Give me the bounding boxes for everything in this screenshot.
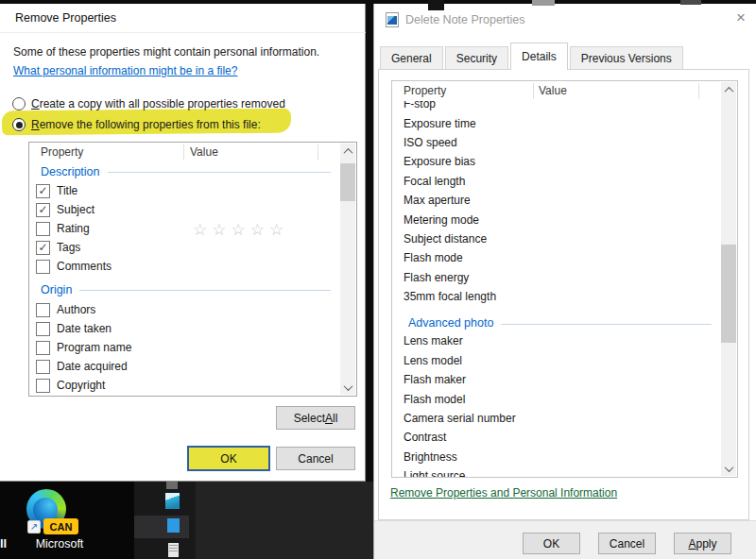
chevron-down-icon	[343, 381, 352, 391]
checkbox[interactable]	[36, 360, 50, 374]
radio-remove-properties-label[interactable]: Remove the following properties from thi…	[31, 118, 261, 131]
tab-security[interactable]: Security	[445, 46, 508, 69]
checkbox[interactable]	[36, 222, 50, 236]
checkbox[interactable]: ✓	[36, 184, 50, 198]
property-label: Subject	[57, 203, 94, 216]
apply-button[interactable]: Apply	[674, 533, 731, 554]
blue-app-icon[interactable]	[167, 518, 180, 533]
document-file-icon[interactable]	[168, 543, 179, 557]
property-label: Program name	[57, 341, 131, 354]
ok-button[interactable]: OK	[187, 446, 270, 471]
property-row-iso-speed[interactable]: ISO speed	[392, 133, 721, 152]
property-row-flash-energy[interactable]: Flash energy	[392, 268, 721, 287]
radio-create-copy-label[interactable]: Create a copy with all possible properti…	[31, 97, 285, 110]
checkbox[interactable]	[36, 341, 50, 355]
property-row-focal-length[interactable]: Focal length	[392, 172, 721, 191]
app-cube-icon[interactable]	[165, 493, 180, 509]
property-label: Date acquired	[57, 360, 128, 373]
property-row-exposure-bias[interactable]: Exposure bias	[392, 152, 721, 171]
property-label: Tags	[57, 241, 80, 254]
chevron-down-icon	[724, 463, 733, 472]
radio-create-copy[interactable]	[12, 97, 26, 110]
partial-icon[interactable]	[166, 482, 178, 489]
property-row-camera-serial-number[interactable]: Camera serial number	[392, 409, 721, 428]
property-label: Copyright	[57, 379, 105, 392]
cancel-button[interactable]: Cancel	[276, 447, 355, 470]
scroll-down-button[interactable]	[340, 380, 355, 395]
strip-selected-row[interactable]	[134, 516, 189, 538]
property-row-copyright[interactable]: Copyright	[29, 376, 340, 395]
dark-window-area	[196, 482, 373, 559]
property-row-subject[interactable]: ✓Subject	[29, 200, 340, 219]
property-row-brightness[interactable]: Brightness	[392, 448, 721, 466]
group-header-label: Description	[41, 165, 100, 178]
right-list-scrollbar[interactable]	[721, 82, 736, 476]
group-header-line	[79, 290, 331, 291]
close-icon[interactable]: ×	[731, 8, 750, 28]
property-label: Camera serial number	[404, 412, 516, 425]
edge-shortcut-label[interactable]: Microsoft	[26, 537, 93, 551]
property-row-flash-maker[interactable]: Flash maker	[392, 370, 721, 389]
can-badge: CAN	[43, 518, 78, 534]
scroll-up-button[interactable]	[340, 144, 355, 159]
checkbox[interactable]	[36, 260, 50, 274]
property-label: Authors	[57, 303, 95, 316]
remove-properties-link[interactable]: Remove Properties and Personal Informati…	[390, 486, 617, 500]
property-row-program-name[interactable]: Program name	[29, 338, 340, 357]
property-row-comments[interactable]: Comments	[29, 257, 340, 276]
tab-details[interactable]: Details	[510, 42, 568, 70]
checkbox[interactable]	[36, 303, 50, 317]
checkbox[interactable]	[36, 322, 50, 336]
personal-info-help-link[interactable]: What personal information might be in a …	[13, 64, 237, 77]
property-label: Contrast	[404, 431, 446, 444]
group-header-description: Description	[29, 162, 340, 181]
property-label: Flash energy	[404, 271, 469, 284]
right-list-header: Property Value	[392, 81, 737, 101]
intro-text: Some of these properties might contain p…	[13, 45, 319, 59]
property-label: Brightness	[404, 450, 457, 464]
property-label: 35mm focal length	[404, 290, 496, 303]
property-row-metering-mode[interactable]: Metering mode	[392, 210, 721, 229]
left-list-header: Property Value	[29, 143, 356, 162]
property-label: Focal length	[404, 175, 465, 188]
checkbox[interactable]: ✓	[36, 241, 50, 255]
property-row-contrast[interactable]: Contrast	[392, 428, 721, 447]
ok-button[interactable]: OK	[523, 533, 580, 554]
radio-dot	[16, 122, 23, 128]
top-strip-fragment-dim	[680, 0, 701, 5]
property-row-date-taken[interactable]: Date taken	[29, 319, 340, 338]
scroll-thumb[interactable]	[721, 245, 736, 343]
scroll-up-button[interactable]	[721, 82, 736, 97]
property-row-title[interactable]: ✓Title	[29, 181, 340, 200]
property-row-lens-model[interactable]: Lens model	[392, 351, 721, 370]
property-row-35mm-focal-length[interactable]: 35mm focal length	[392, 287, 721, 306]
select-all-button[interactable]: Select All	[276, 406, 355, 430]
rating-stars: ☆☆☆☆☆	[193, 220, 288, 240]
checkbox[interactable]: ✓	[36, 203, 50, 217]
property-row-rating[interactable]: Rating☆☆☆☆☆	[29, 219, 340, 238]
right-property-list: Property Value F-stopExposure timeISO sp…	[391, 80, 738, 478]
property-label: Metering mode	[404, 213, 479, 227]
property-row-exposure-time[interactable]: Exposure time	[392, 113, 721, 132]
column-divider	[318, 144, 318, 161]
group-header-label: Advanced photo	[408, 316, 493, 330]
scroll-down-button[interactable]	[721, 461, 736, 476]
tab-previous-versions[interactable]: Previous Versions	[570, 46, 683, 69]
property-row-max-aperture[interactable]: Max aperture	[392, 191, 721, 210]
cancel-button[interactable]: Cancel	[598, 533, 656, 554]
tab-strip: GeneralSecurityDetailsPrevious Versions	[380, 42, 685, 69]
property-row-subject-distance[interactable]: Subject distance	[392, 229, 721, 248]
property-row-flash-model[interactable]: Flash model	[392, 389, 721, 408]
tab-general[interactable]: General	[380, 46, 443, 69]
delete-note-properties-dialog: Delete Note Properties × GeneralSecurity…	[373, 4, 756, 559]
property-row-tags[interactable]: ✓Tags	[29, 238, 340, 257]
property-row-authors[interactable]: Authors	[29, 300, 340, 319]
property-row-flash-mode[interactable]: Flash mode	[392, 248, 721, 267]
radio-remove-properties[interactable]	[12, 118, 26, 131]
left-list-scrollbar[interactable]	[340, 144, 355, 395]
property-row-lens-maker[interactable]: Lens maker	[392, 331, 721, 350]
checkbox[interactable]	[36, 379, 50, 393]
scroll-thumb[interactable]	[340, 163, 355, 201]
property-row-light-source[interactable]: Light source	[392, 466, 721, 478]
property-row-date-acquired[interactable]: Date acquired	[29, 357, 340, 376]
